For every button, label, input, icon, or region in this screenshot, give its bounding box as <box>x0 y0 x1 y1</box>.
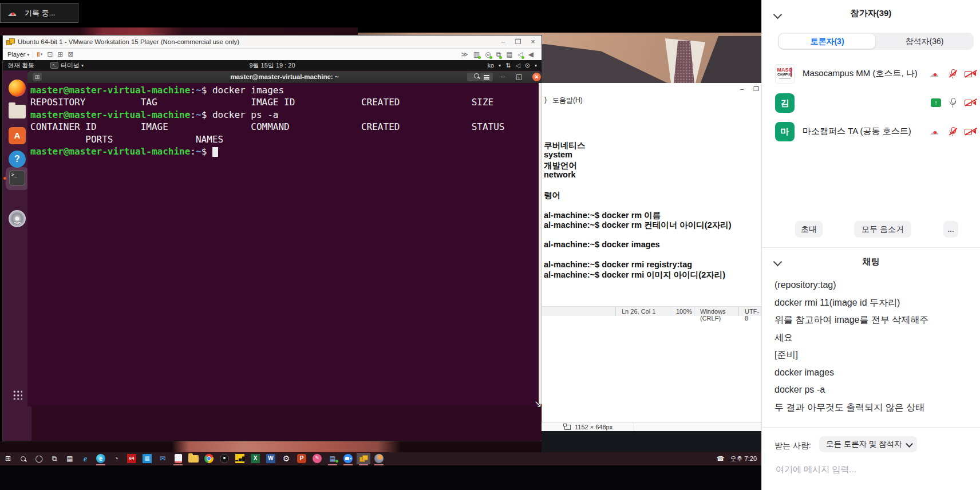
video-off-icon[interactable] <box>965 70 977 78</box>
screen-share-icon[interactable]: ↑ <box>931 98 941 107</box>
taskbar-icon-mail[interactable]: ✉ <box>156 453 169 464</box>
suspend-caret[interactable]: ▾ <box>41 52 43 57</box>
terminal-search-button[interactable] <box>467 73 480 81</box>
files-icon[interactable] <box>9 105 26 118</box>
participant-row[interactable]: 마 마소캠퍼스 TA (공동 호스트) ☁ <box>762 120 980 143</box>
prompt-colon: : <box>190 85 196 96</box>
recipient-dropdown[interactable]: 모든 토론자 및 참석자 <box>819 436 917 452</box>
vmware-title: Ubuntu 64-bit 1 - VMware Workstation 15 … <box>18 38 239 45</box>
firefox-icon[interactable] <box>9 80 26 97</box>
clock[interactable]: 9월 15일 19 : 20 <box>3 61 542 70</box>
dvd-icon[interactable]: DVD <box>9 210 26 227</box>
taskbar-icon-store[interactable]: ▤ <box>63 453 77 464</box>
video-off-icon[interactable] <box>965 128 977 136</box>
screen: ☁ 기록 중... Ubuntu 64-bit 1 - VMware Works… <box>0 0 980 490</box>
taskbar-icon-edge[interactable]: e <box>94 453 108 464</box>
send-ctrl-alt-del-button[interactable]: ⊡ <box>47 50 53 58</box>
participant-row[interactable]: 김 ↑ <box>762 92 980 114</box>
taskbar-icon-64[interactable]: 64 <box>125 453 139 464</box>
mic-muted-icon[interactable] <box>949 69 957 79</box>
recording-indicator[interactable]: ☁ 기록 중... <box>0 3 78 23</box>
status-zoom: 100% <box>670 307 694 316</box>
call-link-icon[interactable]: ☎ <box>717 455 725 463</box>
terminal-output[interactable]: master@master-virtual-machine:~$ docker … <box>30 84 504 157</box>
tab-attendees[interactable]: 참석자(36) <box>876 34 973 49</box>
taskbar-icon-vmware[interactable] <box>357 453 370 464</box>
tab-discussants[interactable]: 토론자(3) <box>779 34 875 49</box>
ubuntu-software-icon[interactable]: A <box>9 127 26 144</box>
volume-icon[interactable]: ◁ <box>515 62 520 69</box>
taskbar-icon-search[interactable] <box>17 453 30 464</box>
terminal-menu-button[interactable] <box>480 73 493 81</box>
suspend-button[interactable]: ‖ <box>37 51 39 58</box>
network-icon[interactable]: ⇅ <box>505 62 511 69</box>
speaker-device-icon[interactable]: ◀ <box>528 50 534 58</box>
power-icon[interactable]: ⊙ <box>525 62 530 69</box>
terminal-dock-icon[interactable]: >_ <box>6 167 29 190</box>
vmware-maximize-button[interactable]: ❐ <box>511 35 525 48</box>
taskbar-icon-internet-explorer[interactable]: e <box>78 453 92 464</box>
video-off-icon[interactable] <box>965 98 977 107</box>
taskbar-icon-cortana[interactable]: ◯ <box>32 453 46 464</box>
terminal-window[interactable]: ⊞ master@master-virtual-machine: ~ – ◱ ×… <box>27 71 542 406</box>
chat-input[interactable] <box>774 464 966 475</box>
taskbar-icon-maps[interactable] <box>218 453 231 464</box>
taskbar-icon-chrome[interactable] <box>202 453 216 464</box>
unity-button[interactable]: ⊠ <box>68 50 73 58</box>
vmware-minimize-button[interactable]: – <box>496 35 511 48</box>
cdrom-device-icon[interactable]: ◎ <box>485 50 491 58</box>
taskbar-icon-start[interactable]: ⊞ <box>1 453 15 464</box>
taskbar-time[interactable]: 오후 7:20 <box>730 455 757 463</box>
participants-more-button[interactable]: ... <box>943 221 958 238</box>
notepad-minimize-button[interactable]: – <box>735 83 749 94</box>
vmware-close-button[interactable]: × <box>525 35 540 48</box>
participant-row[interactable]: MASO CAMPUS Masocampus MM (호스트, 나) ☁ <box>762 62 980 85</box>
player-menu[interactable]: Player <box>7 51 25 58</box>
terminal-minimize-button[interactable]: – <box>501 71 505 83</box>
taskbar-icon-pc-status[interactable]: ▤ <box>326 453 339 464</box>
taskbar-icon-gauge[interactable]: ◔ <box>109 453 123 464</box>
disk-device-icon[interactable]: ▥ <box>473 50 480 58</box>
network-device-icon[interactable]: ⧉ <box>496 50 501 58</box>
desktop-wallpaper-strip-bottom <box>0 441 542 452</box>
system-menu-caret[interactable]: ▾ <box>535 63 537 68</box>
taskbar-icon-excel[interactable]: X <box>248 453 262 464</box>
chat-messages[interactable]: (repository:tag) docker rmi 11(image id … <box>774 276 972 416</box>
taskbar-icon-file-explorer[interactable] <box>187 453 200 464</box>
keyboard-caret: ▾ <box>499 63 501 68</box>
mic-muted-icon[interactable] <box>949 127 957 137</box>
docker-ps-header-line2: PORTS NAMES <box>30 134 223 145</box>
taskbar-icon-settings[interactable]: ⚙ <box>279 453 293 464</box>
taskbar-icon-zoom[interactable] <box>341 453 355 464</box>
dark-gap <box>542 431 761 452</box>
notepad-text[interactable]: 쿠버네티스 system 개발언어 network 령어 al-machine:… <box>544 140 760 279</box>
taskbar-icon-paint[interactable]: ✎ <box>310 453 324 464</box>
taskbar-icon-word[interactable]: W <box>264 453 278 464</box>
usb-device-icon[interactable]: ≫ <box>461 50 468 58</box>
printer-device-icon[interactable]: ▤ <box>506 50 512 58</box>
sound-device-icon[interactable]: ◁ <box>518 50 523 58</box>
taskbar-icon-power-bi[interactable]: ▂▅█ <box>233 453 247 464</box>
notepad-titlebar[interactable]: – ❐ <box>542 83 761 94</box>
taskbar-icon-media-app[interactable] <box>372 453 386 464</box>
fullscreen-button[interactable]: ⊞ <box>57 50 63 58</box>
participant-name: 마소캠퍼스 TA (공동 호스트) <box>803 126 911 137</box>
terminal-close-button[interactable]: × <box>532 73 541 81</box>
taskbar-icon-task-view[interactable]: ⧉ <box>48 453 61 464</box>
show-applications-icon[interactable] <box>12 389 22 400</box>
taskbar-icon-journal[interactable] <box>171 453 185 464</box>
invite-button[interactable]: 초대 <box>795 221 823 238</box>
prompt-dollar: $ <box>201 85 212 96</box>
terminal-titlebar[interactable]: ⊞ master@master-virtual-machine: ~ – ◱ × <box>27 71 542 83</box>
menu-help[interactable]: 도움말(H) <box>552 96 583 105</box>
help-icon[interactable]: ? <box>9 151 26 168</box>
terminal-restore-button[interactable]: ◱ <box>516 71 522 83</box>
mic-on-icon[interactable] <box>949 98 957 108</box>
vmware-titlebar[interactable]: Ubuntu 64-bit 1 - VMware Workstation 15 … <box>3 35 542 49</box>
notepad-statusbar: Ln 26, Col 1 100% Windows (CRLF) UTF-8 <box>542 306 761 316</box>
taskbar-icon-powerpoint[interactable]: P <box>295 453 309 464</box>
mute-all-button[interactable]: 모두 음소거 <box>854 221 911 238</box>
taskbar-icon-photos[interactable]: ▦ <box>140 453 154 464</box>
new-tab-button[interactable]: ⊞ <box>33 73 42 81</box>
keyboard-layout[interactable]: ko <box>487 62 494 69</box>
